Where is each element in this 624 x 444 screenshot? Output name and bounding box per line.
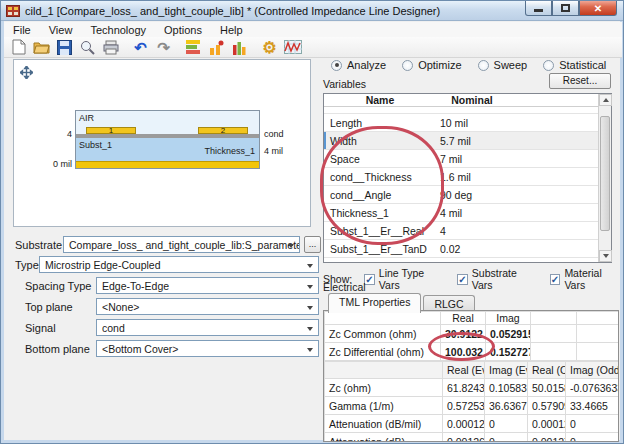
- show-filter-row: Show: ✓ Line Type Vars ✓ Substrate Vars …: [323, 267, 623, 291]
- reset-button[interactable]: Reset...: [549, 73, 611, 89]
- chevron-down-icon: [307, 348, 313, 352]
- table-row-partial[interactable]: [324, 107, 611, 114]
- undo-icon: ↶: [134, 40, 147, 55]
- radio-dot: [543, 60, 554, 71]
- checkbox-material-vars[interactable]: ✓ Material Vars: [550, 267, 623, 291]
- radio-sweep-label: Sweep: [494, 59, 528, 71]
- maximize-icon: [561, 4, 570, 12]
- radio-dot: [478, 60, 489, 71]
- checkbox-line-type-vars[interactable]: ✓ Line Type Vars: [364, 267, 445, 291]
- print-button[interactable]: [100, 38, 121, 57]
- trace-2: 2: [198, 127, 248, 134]
- bottom-plane-select[interactable]: <Bottom Cover>: [96, 340, 319, 357]
- var-name: Length: [324, 117, 436, 129]
- undo-button[interactable]: ↶: [130, 38, 151, 57]
- table-row-thickness-1[interactable]: Thickness_1 4 mil: [324, 204, 611, 222]
- bar-chart-button[interactable]: [229, 38, 250, 57]
- menu-view[interactable]: View: [40, 23, 82, 37]
- menu-help[interactable]: Help: [211, 23, 252, 37]
- table-row-cond-angle[interactable]: cond__Angle 90 deg: [324, 186, 611, 204]
- substrate-select[interactable]: Compare_loss_ and_tight_couple_lib:S_par…: [63, 236, 300, 253]
- table-row-cond-thickness[interactable]: cond__Thickness 1.6 mil: [324, 168, 611, 186]
- menu-file[interactable]: File: [4, 23, 40, 37]
- signal-select-value: cond: [102, 322, 125, 334]
- var-nominal: 4 mil: [436, 207, 508, 219]
- spacing-type-select[interactable]: Edge-To-Edge: [96, 277, 319, 294]
- table-row-er-real[interactable]: Subst_1__Er__Real 4: [324, 222, 611, 240]
- pan-cursor-icon: [20, 66, 33, 79]
- substrate-stackup: AIR 1 2 Subst_1 Thickness_1: [75, 110, 260, 169]
- tab-tml-properties[interactable]: TML Properties: [328, 293, 421, 313]
- radio-sweep[interactable]: Sweep: [478, 59, 528, 71]
- substrate-label: Subst_1: [79, 140, 112, 150]
- chevron-down-icon: [307, 264, 313, 268]
- open-button[interactable]: [31, 38, 52, 57]
- value-cell: 0.0012776: [528, 433, 566, 443]
- window-frame-left: [1, 21, 4, 444]
- waveform-button[interactable]: [282, 38, 303, 57]
- var-nominal: 5.7 mil: [436, 135, 508, 147]
- menu-technology[interactable]: Technology: [81, 23, 155, 37]
- value-cell: 0.10583: [485, 379, 528, 397]
- save-icon: [57, 40, 72, 55]
- thickness-value-label: 4 mil: [264, 146, 283, 156]
- zc-table-header: Real Imag: [325, 312, 620, 325]
- checkbox-label: Substrate Vars: [472, 267, 538, 291]
- magnifier-icon: [80, 40, 95, 55]
- chevron-down-icon: [307, 285, 313, 289]
- substrate-browse-button[interactable]: ...: [304, 236, 321, 253]
- empty-header-cell: [325, 312, 441, 325]
- table-row-er-tand[interactable]: Subst_1__Er__TanD 0.02: [324, 240, 611, 258]
- window-title: cild_1 [Compare_loss_ and_tight_couple_l…: [25, 5, 440, 17]
- type-select[interactable]: Microstrip Edge-Coupled: [39, 256, 319, 273]
- checkbox-check-icon: ✓: [457, 274, 468, 285]
- var-name: Thickness_1: [324, 207, 436, 219]
- substrate-layer: Subst_1 Thickness_1: [76, 138, 259, 161]
- radio-analyze[interactable]: Analyze: [331, 59, 386, 71]
- new-document-button[interactable]: [8, 38, 29, 57]
- top-plane-select[interactable]: <None>: [96, 298, 319, 315]
- stackup-button[interactable]: [183, 38, 204, 57]
- scrollbar-thumb[interactable]: [600, 116, 610, 231]
- minimize-button[interactable]: [525, 1, 552, 16]
- variables-scrollbar[interactable]: [598, 94, 611, 262]
- row-label: Zc Differential (ohm): [325, 343, 441, 361]
- scroll-down-icon[interactable]: [599, 250, 612, 262]
- var-nominal: 4: [436, 225, 508, 237]
- radio-dot: [331, 60, 342, 71]
- table-row-space[interactable]: Space 7 mil: [324, 150, 611, 168]
- close-button[interactable]: ✕: [579, 1, 617, 16]
- var-nominal: 0.02: [436, 243, 508, 255]
- radio-statistical[interactable]: Statistical: [543, 59, 606, 71]
- mode-radio-group: Analyze Optimize Sweep Statistical: [331, 59, 606, 71]
- signal-field-label: Signal: [25, 322, 56, 334]
- signal-select[interactable]: cond: [96, 319, 319, 336]
- even-odd-header: Real (Even) Imag (Even) Real (Odd) Imag …: [325, 362, 620, 379]
- save-button[interactable]: [54, 38, 75, 57]
- maximize-button[interactable]: [552, 1, 579, 16]
- window-frame-right: [620, 21, 623, 444]
- scroll-up-icon[interactable]: [599, 94, 612, 106]
- zoom-button[interactable]: [77, 38, 98, 57]
- type-select-value: Microstrip Edge-Coupled: [45, 259, 161, 271]
- table-row-length[interactable]: Length 10 mil: [324, 114, 611, 132]
- row-label: Gamma (1/m): [325, 397, 443, 415]
- stackup-layers-icon: [186, 40, 201, 54]
- row-label: Attenuation (dB): [325, 433, 443, 443]
- impedance-plot-button[interactable]: [206, 38, 227, 57]
- checkbox-substrate-vars[interactable]: ✓ Substrate Vars: [457, 267, 538, 291]
- electrical-label: Electrical: [323, 281, 366, 293]
- table-row-width[interactable]: Width 5.7 mil: [324, 132, 611, 150]
- type-field-label: Type: [15, 259, 39, 271]
- imag-header: Imag: [486, 312, 531, 325]
- real-header: Real: [441, 312, 486, 325]
- row-label: Zc (ohm): [325, 379, 443, 397]
- real-odd-header: Real (Odd): [528, 362, 566, 379]
- radio-optimize[interactable]: Optimize: [402, 59, 461, 71]
- cross-section-canvas[interactable]: AIR 1 2 Subst_1 Thickness_1 4 cond 4 mil…: [13, 59, 311, 227]
- thickness-label: Thickness_1: [204, 146, 255, 156]
- redo-button[interactable]: ↷: [153, 38, 174, 57]
- imag-even-header: Imag (Even): [485, 362, 528, 379]
- settings-button[interactable]: ⚙: [259, 38, 280, 57]
- menu-options[interactable]: Options: [155, 23, 211, 37]
